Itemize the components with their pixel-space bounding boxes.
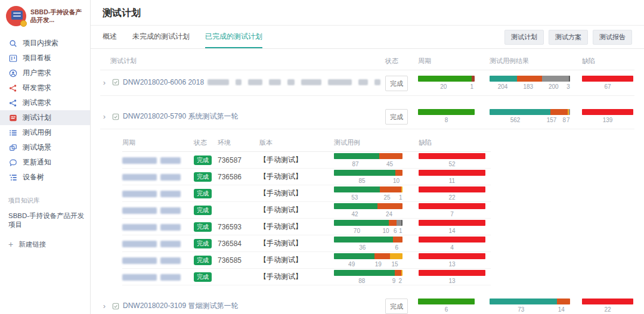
cases-segment	[377, 203, 402, 209]
test-plan-button[interactable]: 测试计划	[504, 30, 544, 45]
column-header: 测试计划	[100, 57, 385, 66]
cycle-defects-track	[419, 220, 485, 226]
redacted-text	[160, 224, 181, 231]
plan-defects-value: 22	[582, 306, 633, 313]
cycle-name-cell[interactable]	[122, 223, 194, 231]
cycle-row[interactable]: 完成【手动测试】42247	[122, 202, 491, 219]
sidebar-item-label: 测试计划	[23, 113, 51, 123]
sidebar-item-label: 项目内搜索	[23, 38, 58, 48]
cycle-name-cell[interactable]	[122, 256, 194, 265]
results-segment	[490, 76, 517, 82]
results-segment-value: 3	[566, 83, 570, 90]
cycle-status-cell: 完成	[194, 239, 218, 248]
plan-link[interactable]: DNW2018020-6006 2018	[123, 78, 204, 86]
new-link-label: 新建链接	[18, 240, 46, 249]
cases-segment	[390, 253, 402, 259]
cycle-status-cell: 完成	[194, 206, 218, 215]
sidebar-item-device-tree[interactable]: 设备树	[0, 170, 90, 185]
defects-cell: 13	[419, 253, 491, 268]
sidebar-item-test-scenes[interactable]: 测试场景	[0, 140, 90, 155]
sidebar-item-label: 测试用例	[23, 128, 51, 138]
results-segment-value: 200	[540, 83, 566, 90]
cycle-row[interactable]: 完成【手动测试】889213	[122, 269, 491, 285]
cases-bar-track	[334, 253, 402, 259]
sidebar-item-test-plan[interactable]: 测试计划	[0, 110, 90, 125]
results-segment	[550, 109, 568, 115]
cycle-row[interactable]: 完成736593【手动测试】70106114	[122, 219, 491, 235]
plan-defects-track	[582, 299, 633, 304]
cycle-row[interactable]: 完成736586【手动测试】851011	[122, 169, 491, 185]
new-link-button[interactable]: + 新建链接	[8, 240, 90, 249]
cases-cell: 701061	[334, 220, 419, 234]
cases-bar: 491915	[334, 253, 419, 268]
plan-row[interactable]: ›DNW2018020-6006 2018完成201204183200367	[100, 70, 634, 96]
cycle-table-header: 周期状态环境版本测试用例缺陷	[122, 133, 491, 152]
cases-segment	[334, 253, 374, 259]
cycle-status-cell: 完成	[194, 272, 218, 282]
knowledge-base-project-link[interactable]: SBBD-手持设备产品开发项目	[8, 212, 90, 229]
plan-defects-track	[582, 76, 633, 82]
cycle-name-cell[interactable]	[122, 189, 194, 198]
cases-segment	[374, 253, 390, 259]
cycle-defects-bar: 22	[419, 186, 491, 201]
cycle-row[interactable]: 完成736587【手动测试】874552	[122, 152, 491, 169]
project-switcher[interactable]: SBBD-手持设备产品开发...	[0, 0, 90, 29]
cycle-defects-bar: 7	[419, 203, 491, 217]
cycle-name-cell[interactable]	[122, 173, 194, 181]
cycle-row[interactable]: 完成736585【手动测试】49191513	[122, 252, 491, 269]
cases-bar-values: 701061	[334, 228, 402, 234]
results-bar-track	[490, 109, 570, 115]
test-scene-icon	[8, 143, 17, 152]
plan-row[interactable]: ›DNW2018020-3109 冒烟测试第一轮完成6731422	[100, 293, 634, 314]
cycle-row[interactable]: 完成736584【手动测试】3664	[122, 235, 491, 252]
results-segment-value: 73	[490, 306, 553, 313]
sidebar-item-update-notifications[interactable]: 更新通知	[0, 155, 90, 170]
tab-bar: 概述未完成的测试计划已完成的测试计划 测试计划测试方案测试报告	[91, 26, 644, 49]
redacted-text	[160, 274, 181, 281]
tab-finished-plans[interactable]: 已完成的测试计划	[205, 26, 262, 48]
cycle-name-cell[interactable]	[122, 240, 194, 248]
main-panel: 测试计划 概述未完成的测试计划已完成的测试计划 测试计划测试方案测试报告 测试计…	[91, 0, 644, 314]
redacted-text	[208, 79, 229, 85]
cases-segment	[334, 270, 395, 276]
cases-segment	[401, 186, 402, 192]
test-report-button[interactable]: 测试报告	[593, 30, 632, 45]
cases-cell: 8510	[334, 170, 419, 184]
plan-row[interactable]: ›DNW2018020-5790 系统测试第一轮完成856215787139	[100, 104, 634, 129]
cases-segment	[334, 170, 395, 176]
sidebar-item-test-cases[interactable]: 测试用例	[0, 125, 90, 140]
cases-bar-values: 4224	[334, 211, 402, 217]
plan-defects-cell: 139	[582, 109, 634, 123]
cases-segment-value: 6	[392, 228, 398, 234]
expand-chevron-icon[interactable]: ›	[100, 302, 109, 310]
user-icon	[8, 69, 17, 77]
cases-bar-track	[334, 220, 402, 226]
cases-segment-value: 15	[387, 261, 402, 268]
cycle-name-cell[interactable]	[122, 156, 194, 164]
cases-bar: 701061	[334, 220, 419, 234]
results-bar: 56215787	[490, 109, 582, 123]
version-cell: 【手动测试】	[259, 172, 334, 182]
sidebar-item-label: 用户需求	[23, 68, 51, 78]
tab-overview[interactable]: 概述	[103, 26, 117, 48]
cycle-name-cell[interactable]	[122, 273, 194, 281]
cases-bar: 4224	[334, 203, 419, 217]
cycle-row[interactable]: 完成【手动测试】5325122	[122, 185, 491, 202]
defects-cell: 7	[419, 203, 491, 217]
sidebar-item-test-requirements[interactable]: 测试需求	[0, 95, 90, 110]
test-scheme-button[interactable]: 测试方案	[549, 30, 588, 45]
sidebar-item-dev-requirements[interactable]: 研发需求	[0, 80, 90, 95]
tab-unfinished-plans[interactable]: 未完成的测试计划	[132, 26, 190, 48]
plan-link[interactable]: DNW2018020-3109 冒烟测试第一轮	[123, 301, 238, 311]
sidebar-item-project-board[interactable]: 项目看板	[0, 51, 90, 66]
cycle-name-cell[interactable]	[122, 206, 194, 214]
redacted-text	[122, 157, 157, 164]
logo-coin-shape	[20, 20, 27, 27]
cases-segment	[334, 186, 380, 192]
cases-bar: 53251	[334, 186, 419, 201]
sidebar-item-user-requirements[interactable]: 用户需求	[0, 66, 90, 80]
plan-link[interactable]: DNW2018020-5790 系统测试第一轮	[123, 111, 238, 122]
expand-chevron-icon[interactable]: ›	[100, 79, 109, 86]
expand-chevron-icon[interactable]: ›	[100, 113, 109, 120]
sidebar-item-project-search[interactable]: 项目内搜索	[0, 36, 90, 51]
